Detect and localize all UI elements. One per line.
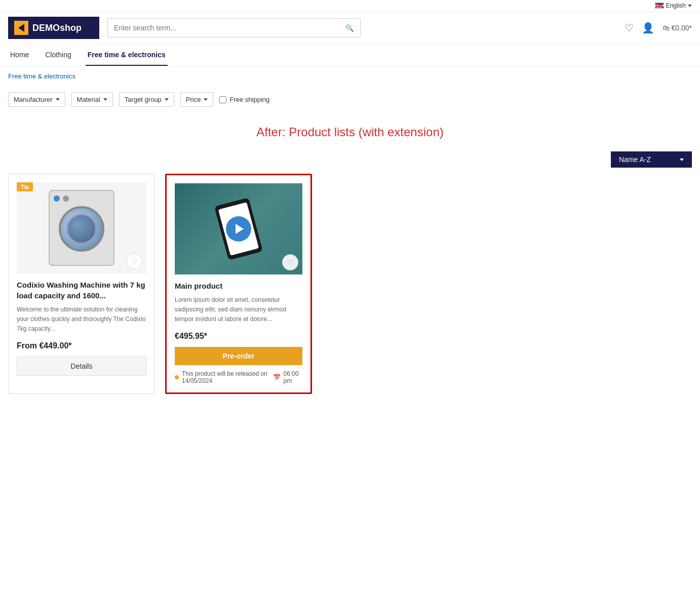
product1-price-value: €449.00* [39, 341, 71, 350]
logo-text: DEMOshop [32, 23, 82, 33]
language-selector[interactable]: 🇬🇧 English [655, 2, 692, 9]
free-shipping-label: Free shipping [229, 96, 269, 103]
product2-wishlist-button[interactable]: ♡ [282, 254, 298, 270]
logo[interactable]: DEMOshop [8, 17, 99, 39]
section-title: After: Product lists (with extension) [0, 117, 700, 147]
manufacturer-filter[interactable]: Manufacturer [8, 92, 65, 107]
search-button[interactable]: 🔍 [339, 19, 360, 37]
product2-price: €495.95* [175, 332, 302, 341]
play-button[interactable] [226, 216, 251, 242]
product2-description: Lorem ipsum dolor sit amet, consetetur s… [175, 295, 302, 326]
product-image-main: ♡ [175, 183, 302, 274]
account-icon[interactable]: 👤 [642, 22, 654, 34]
target-group-filter[interactable]: Target group [119, 92, 174, 107]
wishlist-icon[interactable]: ♡ [625, 22, 634, 34]
target-group-label: Target group [125, 96, 162, 103]
product-card-main-product: ♡ Main product Lorem ipsum dolor sit ame… [165, 174, 312, 394]
heart-icon: ♡ [131, 257, 138, 265]
price-label: Price [186, 96, 201, 103]
product1-details-button[interactable]: Details [17, 357, 146, 376]
logo-arrow-icon [18, 24, 24, 32]
manufacturer-chevron-icon [56, 98, 60, 101]
wm-drum-inner [66, 214, 97, 244]
search-bar[interactable]: 🔍 [107, 18, 361, 37]
header: DEMOshop 🔍 ♡ 👤 🛍 €0.00* [0, 12, 700, 45]
calendar-icon: 📅 [273, 374, 281, 381]
product1-name: Codixio Washing Machine with 7 kg load c… [17, 280, 146, 301]
release-dot-icon [175, 375, 179, 379]
product2-preorder-button[interactable]: Pre-order [175, 347, 302, 365]
top-bar: 🇬🇧 English [0, 0, 700, 12]
release-time: 06:00 pm [284, 370, 302, 384]
price-filter[interactable]: Price [180, 92, 214, 107]
play-triangle-icon [236, 224, 244, 234]
wm-drum [59, 206, 104, 252]
language-chevron-icon [688, 5, 692, 7]
release-text: This product will be released on 14/05/2… [182, 370, 270, 384]
washing-machine-illustration [49, 190, 114, 266]
product2-name: Main product [175, 281, 302, 291]
search-icon: 🔍 [345, 24, 354, 32]
manufacturer-label: Manufacturer [14, 96, 53, 103]
product-image-washing-machine: ♡ [17, 182, 146, 273]
flag-icon: 🇬🇧 [655, 3, 664, 9]
tip-badge: Tip [17, 182, 33, 191]
material-chevron-icon [103, 98, 107, 101]
free-shipping-filter[interactable]: Free shipping [219, 96, 269, 103]
wm-button-2 [63, 195, 69, 202]
free-shipping-checkbox[interactable] [219, 96, 226, 103]
header-icons: ♡ 👤 🛍 €0.00* [625, 22, 692, 34]
breadcrumb: Free time & electronics [0, 66, 700, 86]
product1-price-prefix: From [17, 341, 39, 350]
search-input[interactable] [108, 19, 339, 37]
price-chevron-icon [204, 98, 208, 101]
sort-chevron-icon [680, 159, 684, 161]
breadcrumb-link[interactable]: Free time & electronics [8, 72, 75, 80]
heart-icon-2: ♡ [287, 258, 294, 266]
sort-label: Name A-Z [619, 155, 651, 164]
product-card-washing-machine: Tip ♡ Codixio Washing Machine with 7 kg … [8, 174, 155, 394]
product1-wishlist-button[interactable]: ♡ [126, 253, 142, 269]
wm-top-controls [50, 191, 113, 206]
sort-bar: Name A-Z [0, 151, 700, 174]
sort-dropdown[interactable]: Name A-Z [611, 151, 692, 168]
target-group-chevron-icon [165, 98, 169, 101]
product1-price: From €449.00* [17, 341, 146, 350]
cart-price: €0.00* [672, 24, 692, 32]
main-nav: Home Clothing Free time & electronics [0, 45, 700, 66]
nav-clothing[interactable]: Clothing [43, 45, 73, 66]
release-info: This product will be released on 14/05/2… [175, 370, 302, 384]
product1-description: Welcome to the ultimate solution for cle… [17, 305, 146, 335]
material-label: Material [77, 96, 100, 103]
filters-bar: Manufacturer Material Target group Price… [0, 86, 700, 113]
material-filter[interactable]: Material [71, 92, 113, 107]
product-grid: Tip ♡ Codixio Washing Machine with 7 kg … [0, 174, 700, 414]
language-label: English [666, 2, 686, 9]
cart-icon[interactable]: 🛍 €0.00* [663, 24, 692, 32]
wm-button-1 [54, 195, 60, 202]
nav-home[interactable]: Home [8, 45, 31, 66]
cart-bag-icon: 🛍 [663, 24, 670, 32]
nav-free-time[interactable]: Free time & electronics [86, 45, 168, 66]
logo-icon [14, 21, 28, 35]
